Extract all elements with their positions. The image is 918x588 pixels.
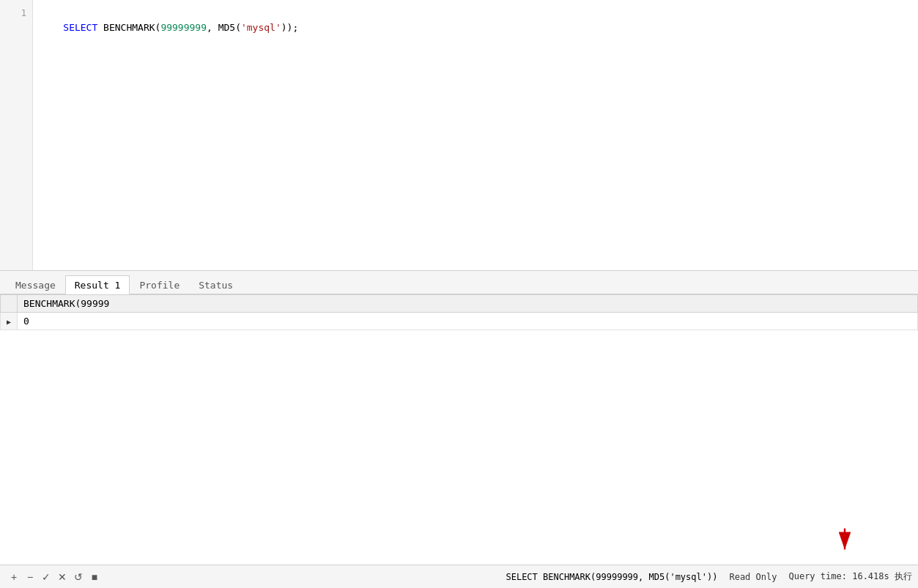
query-time-value: 16.418s	[852, 571, 889, 581]
table-row: ▶ 0	[1, 313, 918, 330]
bottom-toolbar: + − ✓ ✕ ↺ ■ SELECT BENCHMARK(99999999, M…	[0, 565, 918, 588]
stop-button[interactable]: ■	[86, 569, 103, 585]
row-arrow-icon: ▶	[7, 318, 11, 326]
cancel-button[interactable]: ✕	[54, 569, 70, 585]
query-time-label: Query time:	[788, 571, 846, 581]
sql-editor[interactable]: 1 SELECT BENCHMARK(99999999, MD5('mysql'…	[0, 0, 918, 271]
tab-message[interactable]: Message	[6, 275, 65, 294]
cell-value-0: 0	[18, 313, 918, 330]
row-indicator-header	[1, 295, 18, 313]
query-time: Query time: 16.418s 执行	[788, 570, 912, 583]
status-sql-text: SELECT BENCHMARK(99999999, MD5('mysql'))	[506, 572, 717, 582]
tab-profile[interactable]: Profile	[130, 275, 189, 294]
refresh-button[interactable]: ↺	[70, 569, 86, 585]
status-bar: SELECT BENCHMARK(99999999, MD5('mysql'))…	[506, 570, 912, 583]
read-only-badge: Read Only	[729, 572, 777, 582]
add-row-button[interactable]: +	[6, 569, 22, 585]
results-area: BENCHMARK(99999 ▶ 0	[0, 294, 918, 565]
confirm-button[interactable]: ✓	[38, 569, 54, 585]
line-number-1: 1	[0, 6, 32, 21]
sql-keyword: SELECT	[63, 22, 97, 33]
results-table: BENCHMARK(99999 ▶ 0	[0, 294, 918, 330]
row-arrow-cell: ▶	[1, 313, 18, 330]
extra-text: 执行	[895, 571, 912, 581]
results-tabs-bar: Message Result 1 Profile Status	[0, 271, 918, 294]
remove-row-button[interactable]: −	[22, 569, 38, 585]
tab-result1[interactable]: Result 1	[65, 275, 130, 294]
tab-status[interactable]: Status	[189, 275, 243, 294]
column-header-benchmark: BENCHMARK(99999	[18, 295, 918, 313]
code-editor[interactable]: SELECT BENCHMARK(99999999, MD5('mysql'))…	[33, 0, 918, 270]
line-numbers: 1	[0, 0, 33, 270]
